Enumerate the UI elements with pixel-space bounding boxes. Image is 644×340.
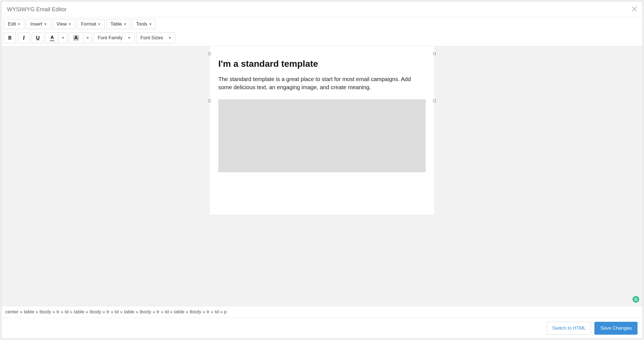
caret-icon [62, 37, 64, 39]
font-family-label: Font Family [98, 35, 123, 41]
caret-icon [124, 24, 126, 25]
resize-handle-icon[interactable] [208, 100, 211, 102]
menu-table[interactable]: Table [106, 19, 130, 29]
menu-edit-label: Edit [8, 21, 16, 27]
bg-color-button[interactable]: A [69, 33, 83, 43]
menu-insert-label: Insert [30, 21, 42, 27]
resize-handle-icon[interactable] [433, 100, 436, 102]
bg-color-icon: A [73, 35, 79, 41]
menu-view[interactable]: View [52, 19, 75, 29]
resize-handle-icon[interactable] [433, 52, 436, 55]
text-color-dropdown[interactable] [58, 33, 67, 43]
email-page[interactable]: I'm a standard template The standard tem… [210, 46, 434, 215]
caret-icon [44, 24, 47, 25]
format-toolbar: B I U A A Font Family Font Sizes [1, 31, 643, 46]
element-path-statusbar[interactable]: center » table » tbody » tr » td » table… [1, 306, 643, 318]
font-size-select[interactable]: Font Sizes [136, 33, 175, 43]
text-color-icon: A [50, 35, 54, 41]
menu-tools-label: Tools [136, 21, 147, 27]
menu-format-label: Format [81, 21, 96, 27]
menubar: Edit Insert View Format Table Tools [1, 17, 643, 31]
text-color-group: A [46, 33, 67, 43]
italic-button[interactable]: I [18, 33, 30, 43]
bg-color-dropdown[interactable] [83, 33, 92, 43]
document-paragraph[interactable]: The standard template is a great place t… [218, 75, 426, 91]
grammarly-glyph: G [634, 297, 638, 302]
resize-handle-icon[interactable] [208, 52, 211, 55]
font-size-label: Font Sizes [140, 35, 163, 41]
menu-format[interactable]: Format [77, 19, 105, 29]
menu-insert[interactable]: Insert [26, 19, 51, 29]
switch-to-html-button[interactable]: Switch to HTML [547, 322, 591, 335]
close-icon[interactable] [632, 6, 637, 13]
page-content[interactable]: I'm a standard template The standard tem… [210, 46, 434, 172]
editor-modal: WYSIWYG Email Editor Edit Insert View Fo… [1, 1, 643, 339]
menu-table-label: Table [110, 21, 122, 27]
underline-icon: U [36, 35, 40, 41]
font-family-select[interactable]: Font Family [94, 33, 135, 43]
caret-icon [149, 24, 152, 25]
bg-color-group: A [69, 33, 92, 43]
caret-icon [169, 37, 171, 39]
underline-button[interactable]: U [32, 33, 44, 43]
editor-canvas[interactable]: I'm a standard template The standard tem… [1, 46, 643, 306]
bold-button[interactable]: B [4, 33, 16, 43]
menu-tools[interactable]: Tools [132, 19, 156, 29]
caret-icon [128, 37, 130, 39]
modal-header: WYSIWYG Email Editor [1, 1, 643, 17]
image-placeholder[interactable] [218, 99, 426, 172]
caret-icon [87, 37, 89, 39]
document-heading[interactable]: I'm a standard template [218, 59, 426, 69]
menu-view-label: View [57, 21, 67, 27]
grammarly-icon[interactable]: G [633, 296, 639, 303]
menu-edit[interactable]: Edit [4, 19, 24, 29]
save-changes-button[interactable]: Save Changes [594, 322, 638, 335]
text-color-button[interactable]: A [46, 33, 58, 43]
italic-icon: I [23, 35, 25, 41]
caret-icon [98, 24, 100, 25]
bold-icon: B [8, 35, 11, 41]
modal-footer: Switch to HTML Save Changes [1, 318, 643, 339]
caret-icon [69, 24, 71, 25]
element-path[interactable]: center » table » tbody » tr » td » table… [5, 309, 227, 314]
modal-title: WYSIWYG Email Editor [7, 6, 66, 13]
caret-icon [18, 24, 20, 25]
